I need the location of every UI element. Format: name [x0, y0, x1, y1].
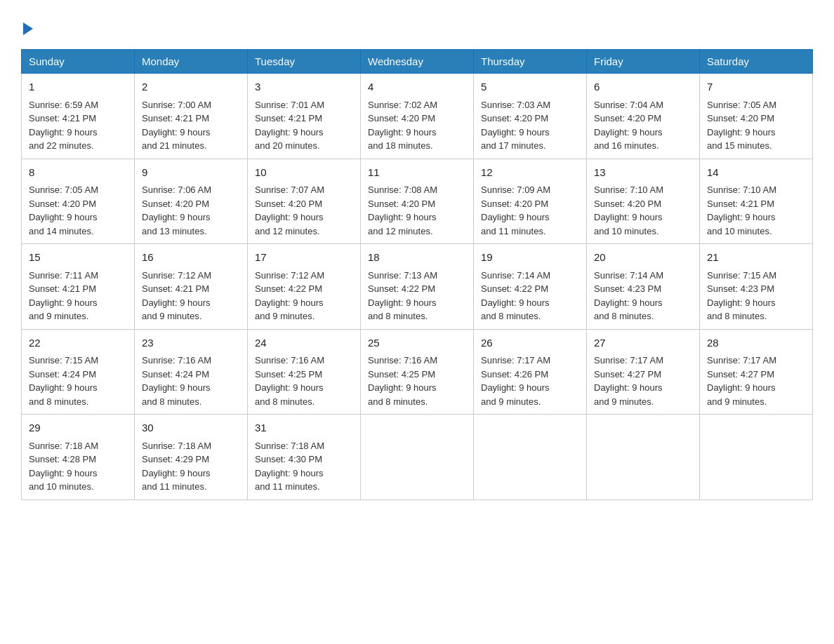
day-info: Sunrise: 7:16 AMSunset: 4:25 PMDaylight:…: [368, 354, 466, 408]
calendar-cell: 4Sunrise: 7:02 AMSunset: 4:20 PMDaylight…: [361, 74, 474, 159]
calendar-week-row: 8Sunrise: 7:05 AMSunset: 4:20 PMDaylight…: [22, 159, 813, 244]
day-number: 12: [481, 165, 579, 181]
day-info: Sunrise: 7:08 AMSunset: 4:20 PMDaylight:…: [368, 183, 466, 238]
calendar-cell: 21Sunrise: 7:15 AMSunset: 4:23 PMDayligh…: [700, 244, 813, 330]
day-number: 4: [368, 79, 466, 95]
calendar-cell: 7Sunrise: 7:05 AMSunset: 4:20 PMDaylight…: [700, 74, 813, 159]
logo-block: [21, 21, 33, 35]
day-info: Sunrise: 7:14 AMSunset: 4:22 PMDaylight:…: [481, 269, 579, 323]
weekday-header-friday: Friday: [587, 50, 700, 74]
day-number: 19: [481, 250, 579, 266]
day-info: Sunrise: 7:18 AMSunset: 4:29 PMDaylight:…: [142, 439, 240, 494]
calendar-cell: 3Sunrise: 7:01 AMSunset: 4:21 PMDaylight…: [248, 74, 361, 159]
calendar-cell: 16Sunrise: 7:12 AMSunset: 4:21 PMDayligh…: [135, 244, 248, 330]
day-info: Sunrise: 7:03 AMSunset: 4:20 PMDaylight:…: [481, 98, 579, 153]
calendar-week-row: 15Sunrise: 7:11 AMSunset: 4:21 PMDayligh…: [22, 244, 813, 330]
day-info: Sunrise: 6:59 AMSunset: 4:21 PMDaylight:…: [29, 98, 127, 153]
day-info: Sunrise: 7:12 AMSunset: 4:21 PMDaylight:…: [142, 269, 240, 323]
day-info: Sunrise: 7:14 AMSunset: 4:23 PMDaylight:…: [594, 269, 692, 323]
calendar-cell: 1Sunrise: 6:59 AMSunset: 4:21 PMDaylight…: [22, 74, 135, 159]
day-number: 22: [29, 335, 127, 351]
day-number: 11: [368, 165, 466, 181]
day-number: 27: [594, 335, 692, 351]
calendar-cell: [474, 415, 587, 500]
weekday-header-row: SundayMondayTuesdayWednesdayThursdayFrid…: [22, 50, 813, 74]
calendar-cell: 18Sunrise: 7:13 AMSunset: 4:22 PMDayligh…: [361, 244, 474, 330]
day-number: 16: [142, 250, 240, 266]
calendar-cell: 20Sunrise: 7:14 AMSunset: 4:23 PMDayligh…: [587, 244, 700, 330]
day-info: Sunrise: 7:09 AMSunset: 4:20 PMDaylight:…: [481, 183, 579, 238]
calendar-cell: 14Sunrise: 7:10 AMSunset: 4:21 PMDayligh…: [700, 159, 813, 244]
day-number: 17: [255, 250, 353, 266]
day-number: 31: [255, 420, 353, 436]
day-number: 28: [707, 335, 805, 351]
calendar-table: SundayMondayTuesdayWednesdayThursdayFrid…: [21, 49, 813, 500]
calendar-cell: 22Sunrise: 7:15 AMSunset: 4:24 PMDayligh…: [22, 329, 135, 415]
day-number: 1: [29, 79, 127, 95]
calendar-cell: [361, 415, 474, 500]
calendar-cell: 2Sunrise: 7:00 AMSunset: 4:21 PMDaylight…: [135, 74, 248, 159]
calendar-cell: 8Sunrise: 7:05 AMSunset: 4:20 PMDaylight…: [22, 159, 135, 244]
day-number: 30: [142, 420, 240, 436]
weekday-header-monday: Monday: [135, 50, 248, 74]
day-info: Sunrise: 7:16 AMSunset: 4:24 PMDaylight:…: [142, 354, 240, 408]
day-number: 6: [594, 79, 692, 95]
day-info: Sunrise: 7:02 AMSunset: 4:20 PMDaylight:…: [368, 98, 466, 153]
day-number: 8: [29, 165, 127, 181]
day-info: Sunrise: 7:15 AMSunset: 4:23 PMDaylight:…: [707, 269, 805, 323]
weekday-header-wednesday: Wednesday: [361, 50, 474, 74]
calendar-cell: [700, 415, 813, 500]
day-info: Sunrise: 7:05 AMSunset: 4:20 PMDaylight:…: [29, 183, 127, 238]
day-info: Sunrise: 7:16 AMSunset: 4:25 PMDaylight:…: [255, 354, 353, 408]
calendar-cell: 15Sunrise: 7:11 AMSunset: 4:21 PMDayligh…: [22, 244, 135, 330]
day-info: Sunrise: 7:11 AMSunset: 4:21 PMDaylight:…: [29, 269, 127, 323]
calendar-cell: 6Sunrise: 7:04 AMSunset: 4:20 PMDaylight…: [587, 74, 700, 159]
day-number: 9: [142, 165, 240, 181]
day-number: 5: [481, 79, 579, 95]
calendar-cell: 9Sunrise: 7:06 AMSunset: 4:20 PMDaylight…: [135, 159, 248, 244]
day-info: Sunrise: 7:15 AMSunset: 4:24 PMDaylight:…: [29, 354, 127, 408]
day-number: 10: [255, 165, 353, 181]
calendar-cell: 12Sunrise: 7:09 AMSunset: 4:20 PMDayligh…: [474, 159, 587, 244]
day-info: Sunrise: 7:05 AMSunset: 4:20 PMDaylight:…: [707, 98, 805, 153]
day-info: Sunrise: 7:01 AMSunset: 4:21 PMDaylight:…: [255, 98, 353, 153]
calendar-cell: 10Sunrise: 7:07 AMSunset: 4:20 PMDayligh…: [248, 159, 361, 244]
day-number: 18: [368, 250, 466, 266]
day-number: 15: [29, 250, 127, 266]
calendar-week-row: 1Sunrise: 6:59 AMSunset: 4:21 PMDaylight…: [22, 74, 813, 159]
calendar-cell: 19Sunrise: 7:14 AMSunset: 4:22 PMDayligh…: [474, 244, 587, 330]
day-info: Sunrise: 7:10 AMSunset: 4:20 PMDaylight:…: [594, 183, 692, 238]
day-number: 14: [707, 165, 805, 181]
calendar-cell: 31Sunrise: 7:18 AMSunset: 4:30 PMDayligh…: [248, 415, 361, 500]
day-info: Sunrise: 7:13 AMSunset: 4:22 PMDaylight:…: [368, 269, 466, 323]
calendar-cell: 25Sunrise: 7:16 AMSunset: 4:25 PMDayligh…: [361, 329, 474, 415]
calendar-cell: 13Sunrise: 7:10 AMSunset: 4:20 PMDayligh…: [587, 159, 700, 244]
day-number: 26: [481, 335, 579, 351]
calendar-cell: 17Sunrise: 7:12 AMSunset: 4:22 PMDayligh…: [248, 244, 361, 330]
day-number: 3: [255, 79, 353, 95]
day-number: 2: [142, 79, 240, 95]
day-number: 24: [255, 335, 353, 351]
calendar-cell: 24Sunrise: 7:16 AMSunset: 4:25 PMDayligh…: [248, 329, 361, 415]
weekday-header-tuesday: Tuesday: [248, 50, 361, 74]
page-header: [21, 14, 813, 35]
day-info: Sunrise: 7:04 AMSunset: 4:20 PMDaylight:…: [594, 98, 692, 153]
day-info: Sunrise: 7:10 AMSunset: 4:21 PMDaylight:…: [707, 183, 805, 238]
day-info: Sunrise: 7:17 AMSunset: 4:27 PMDaylight:…: [594, 354, 692, 408]
calendar-cell: 27Sunrise: 7:17 AMSunset: 4:27 PMDayligh…: [587, 329, 700, 415]
calendar-week-row: 22Sunrise: 7:15 AMSunset: 4:24 PMDayligh…: [22, 329, 813, 415]
calendar-cell: 23Sunrise: 7:16 AMSunset: 4:24 PMDayligh…: [135, 329, 248, 415]
day-info: Sunrise: 7:18 AMSunset: 4:30 PMDaylight:…: [255, 439, 353, 494]
day-number: 20: [594, 250, 692, 266]
calendar-cell: 29Sunrise: 7:18 AMSunset: 4:28 PMDayligh…: [22, 415, 135, 500]
calendar-cell: 30Sunrise: 7:18 AMSunset: 4:29 PMDayligh…: [135, 415, 248, 500]
day-info: Sunrise: 7:17 AMSunset: 4:27 PMDaylight:…: [707, 354, 805, 408]
day-info: Sunrise: 7:17 AMSunset: 4:26 PMDaylight:…: [481, 354, 579, 408]
calendar-week-row: 29Sunrise: 7:18 AMSunset: 4:28 PMDayligh…: [22, 415, 813, 500]
logo: [21, 21, 33, 35]
day-number: 21: [707, 250, 805, 266]
weekday-header-saturday: Saturday: [700, 50, 813, 74]
calendar-cell: 11Sunrise: 7:08 AMSunset: 4:20 PMDayligh…: [361, 159, 474, 244]
day-number: 7: [707, 79, 805, 95]
weekday-header-sunday: Sunday: [22, 50, 135, 74]
